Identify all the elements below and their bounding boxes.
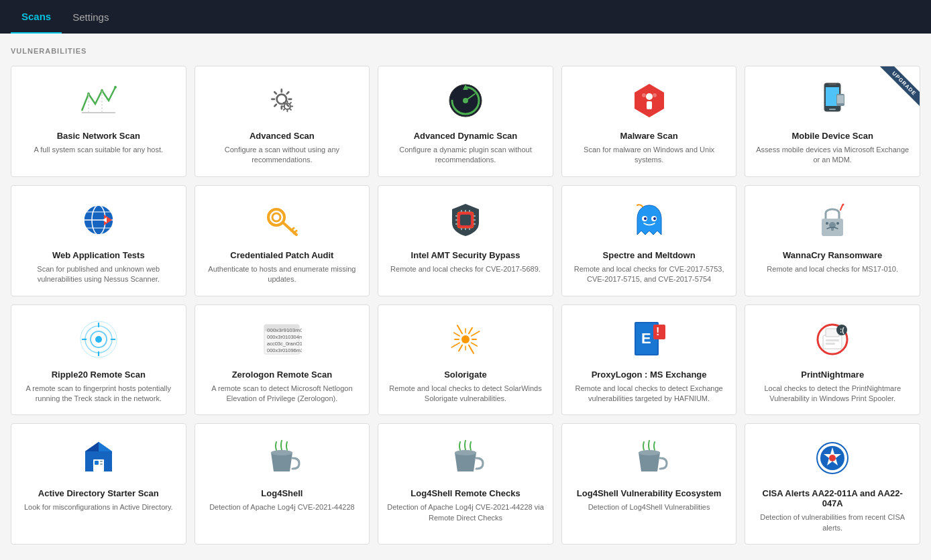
card-title: CISA Alerts AA22-011A and AA22-047A [753, 488, 912, 508]
card-title: ProxyLogon : MS Exchange [592, 370, 707, 380]
svg-rect-95 [826, 343, 835, 345]
svg-marker-99 [99, 442, 112, 451]
card-icon: 000x3r9103m0n101 000x3r010304m001 acc03c… [258, 316, 305, 363]
svg-point-56 [826, 222, 828, 225]
card-icon [442, 197, 489, 243]
card-icon [258, 435, 305, 482]
svg-line-85 [472, 331, 480, 336]
card-icon [442, 77, 489, 124]
svg-point-3 [114, 86, 117, 89]
scan-card[interactable]: :( PrintNightmare Local checks to detect… [745, 304, 920, 416]
card-title: Log4Shell Vulnerability Ecosystem [577, 488, 722, 498]
svg-rect-19 [828, 84, 836, 85]
card-desc: Scan for published and unknown web vulne… [19, 264, 178, 285]
card-desc: A remote scan to detect Microsoft Netlog… [203, 384, 362, 404]
svg-point-59 [95, 336, 102, 343]
scan-card[interactable]: Intel AMT Security Bypass Remote and loc… [378, 185, 553, 296]
card-icon [442, 316, 489, 363]
card-desc: Assess mobile devices via Microsoft Exch… [753, 145, 912, 166]
scan-card[interactable]: Basic Network Scan A full system scan su… [11, 66, 186, 177]
card-title: Log4Shell [261, 488, 303, 498]
card-icon [442, 435, 489, 482]
scan-card[interactable]: Advanced Scan Configure a scan without u… [195, 66, 370, 177]
svg-line-78 [459, 345, 462, 351]
card-desc: Detection of vulnerabilities from recent… [753, 512, 912, 533]
scan-card[interactable]: Spectre and Meltdown Remote and local ch… [561, 185, 737, 296]
scan-card[interactable]: Log4Shell Remote Checks Detection of Apa… [378, 423, 553, 545]
svg-rect-92 [823, 335, 842, 349]
scan-card[interactable]: Web Application Tests Scan for published… [11, 185, 186, 296]
svg-point-15 [653, 93, 657, 97]
card-title: Solorigate [444, 370, 487, 380]
scan-card[interactable]: Malware Scan Scan for malware on Windows… [561, 66, 737, 177]
scan-card[interactable]: E ! ProxyLogon : MS Exchange Remote and … [561, 304, 737, 416]
svg-point-107 [639, 450, 660, 455]
scan-card[interactable]: Credentialed Patch Audit Authenticate to… [195, 185, 370, 296]
svg-text:000x3r01096m369: 000x3r01096m369 [267, 347, 302, 353]
card-title: Intel AMT Security Bypass [411, 250, 521, 260]
scan-card[interactable]: CISA Alerts AA22-011A and AA22-047A Dete… [745, 423, 920, 545]
scan-card[interactable]: Advanced Dynamic Scan Configure a dynami… [378, 66, 553, 177]
card-desc: Detection of Apache Log4j CVE-2021-44228 [209, 502, 355, 512]
svg-rect-94 [826, 339, 839, 341]
card-desc: Remote and local checks for CVE-2017-568… [390, 264, 541, 274]
card-title: Advanced Dynamic Scan [414, 131, 518, 141]
svg-text::(: :( [840, 327, 844, 334]
svg-point-106 [455, 450, 476, 455]
scan-card[interactable]: Log4Shell Vulnerability Ecosystem Detect… [561, 423, 737, 545]
scan-card[interactable]: WannaCry Ransomware Remote and local che… [745, 185, 920, 296]
main-content: VULNERABILITIES Basic Network Scan A ful… [0, 34, 931, 558]
svg-rect-21 [837, 95, 844, 103]
card-icon [258, 77, 305, 124]
svg-rect-13 [647, 101, 652, 109]
card-desc: Detection of Log4Shell Vulnerabilities [588, 502, 710, 512]
card-desc: Scan for malware on Windows and Unix sys… [570, 145, 728, 166]
svg-text:acc03c_0ranO11m: acc03c_0ranO11m [267, 341, 302, 347]
section-label: VULNERABILITIES [11, 47, 920, 55]
scan-card[interactable]: Ripple20 Remote Scan A remote scan to fi… [11, 304, 186, 416]
svg-point-31 [272, 213, 280, 221]
card-title: Ripple20 Remote Scan [52, 370, 146, 380]
svg-point-105 [271, 450, 292, 455]
svg-point-73 [461, 335, 470, 343]
card-icon [75, 197, 122, 243]
card-icon [809, 77, 856, 124]
card-icon [626, 77, 673, 124]
svg-text:000x3r9103m0n101: 000x3r9103m0n101 [267, 327, 302, 333]
card-title: Credentialed Patch Audit [230, 250, 333, 260]
card-icon: E ! [626, 316, 673, 363]
card-desc: Remote and local checks to detect Exchan… [570, 384, 728, 404]
svg-point-6 [277, 95, 286, 104]
svg-line-75 [472, 343, 478, 346]
top-navigation: Scans Settings [0, 0, 931, 34]
card-desc: A full system scan suitable for any host… [34, 145, 164, 155]
card-icon [75, 435, 122, 482]
nav-scans[interactable]: Scans [11, 0, 62, 34]
svg-line-82 [457, 325, 462, 333]
svg-point-112 [829, 455, 836, 461]
card-title: Advanced Scan [250, 131, 315, 141]
card-title: Basic Network Scan [57, 131, 140, 141]
card-title: Mobile Device Scan [792, 131, 873, 141]
card-icon [626, 435, 673, 482]
card-title: Active Directory Starter Scan [38, 488, 159, 498]
scan-card[interactable]: Active Directory Starter Scan Look for m… [11, 423, 186, 545]
card-desc: A remote scan to fingerprint hosts poten… [19, 384, 178, 404]
scan-card[interactable]: Log4Shell Detection of Apache Log4j CVE-… [195, 423, 370, 545]
svg-line-81 [454, 333, 460, 336]
svg-text:000x3r010304m001: 000x3r010304m001 [267, 334, 302, 340]
card-desc: Remote and local checks for MS17-010. [767, 264, 898, 274]
scan-card[interactable]: UPGRADE Mobile Device Scan Assess mobile… [745, 66, 920, 177]
card-title: Zerologon Remote Scan [232, 370, 333, 380]
svg-rect-36 [460, 215, 471, 225]
card-icon [75, 316, 122, 363]
svg-rect-104 [100, 463, 103, 465]
svg-point-58 [842, 203, 844, 205]
nav-settings[interactable]: Settings [62, 0, 119, 34]
card-desc: Local checks to detect the PrintNightmar… [753, 384, 912, 404]
card-title: WannaCry Ransomware [783, 250, 882, 260]
card-desc: Authenticate to hosts and enumerate miss… [203, 264, 362, 285]
scan-card[interactable]: Solorigate Remote and local checks to de… [378, 304, 553, 416]
card-desc: Remote and local checks to detect SolarW… [386, 384, 545, 404]
scan-card[interactable]: 000x3r9103m0n101 000x3r010304m001 acc03c… [195, 304, 370, 416]
